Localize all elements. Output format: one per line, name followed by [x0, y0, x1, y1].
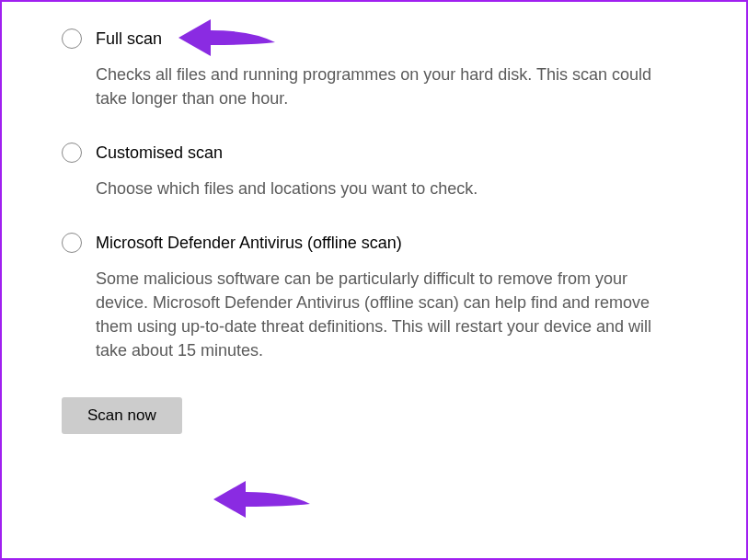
option-label-full: Full scan — [96, 28, 162, 50]
scan-option-offline: Microsoft Defender Antivirus (offline sc… — [62, 232, 686, 254]
option-desc-full: Checks all files and running programmes … — [96, 63, 686, 110]
option-desc-offline: Some malicious software can be particula… — [96, 267, 686, 362]
option-label-customised: Customised scan — [96, 142, 223, 164]
radio-full-scan[interactable] — [62, 29, 82, 49]
option-desc-customised: Choose which files and locations you wan… — [96, 177, 686, 200]
scan-now-button[interactable]: Scan now — [62, 397, 182, 434]
annotation-arrow-icon — [213, 476, 315, 522]
scan-option-customised: Customised scan — [62, 142, 686, 164]
option-label-offline: Microsoft Defender Antivirus (offline sc… — [96, 232, 402, 254]
radio-customised-scan[interactable] — [62, 143, 82, 163]
scan-option-full: Full scan — [62, 28, 686, 50]
radio-offline-scan[interactable] — [62, 233, 82, 253]
